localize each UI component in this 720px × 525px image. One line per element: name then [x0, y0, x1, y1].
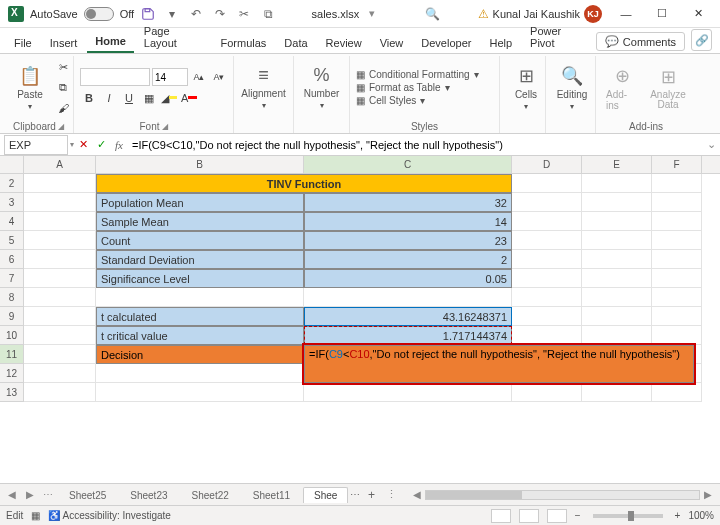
- decrease-font-button[interactable]: A▾: [210, 68, 228, 86]
- tab-help[interactable]: Help: [481, 33, 520, 53]
- paste-button[interactable]: 📋Paste▾: [10, 63, 50, 113]
- row-header[interactable]: 7: [0, 269, 24, 288]
- cut-icon[interactable]: ✂: [236, 6, 252, 22]
- cell[interactable]: [652, 326, 702, 345]
- cells-button[interactable]: ⊞Cells▾: [506, 63, 546, 113]
- font-name-select[interactable]: [80, 68, 150, 86]
- cell[interactable]: [24, 174, 96, 193]
- fx-button[interactable]: fx: [110, 139, 128, 151]
- sheet-tab-active[interactable]: Shee: [303, 487, 348, 503]
- border-button[interactable]: ▦: [140, 89, 158, 107]
- cell[interactable]: [24, 250, 96, 269]
- cell[interactable]: [582, 193, 652, 212]
- zoom-slider[interactable]: [593, 514, 663, 518]
- cell[interactable]: [24, 326, 96, 345]
- sheet-nav-next[interactable]: ▶: [22, 489, 38, 500]
- zoom-level[interactable]: 100%: [688, 510, 714, 521]
- autosave-toggle[interactable]: [84, 7, 114, 21]
- tab-developer[interactable]: Developer: [413, 33, 479, 53]
- sheet-tab[interactable]: Sheet22: [181, 487, 240, 503]
- enter-formula-button[interactable]: ✓: [92, 138, 110, 151]
- cell[interactable]: [304, 288, 512, 307]
- cell[interactable]: [582, 326, 652, 345]
- sheet-nav-prev[interactable]: ◀: [4, 489, 20, 500]
- col-header-d[interactable]: D: [512, 156, 582, 173]
- expand-formula-bar-icon[interactable]: ⌄: [702, 138, 720, 151]
- save-icon[interactable]: [140, 6, 156, 22]
- cell-value[interactable]: 2: [304, 250, 512, 269]
- cell[interactable]: [512, 288, 582, 307]
- cell-label[interactable]: t critical value: [96, 326, 304, 345]
- cell[interactable]: [24, 364, 96, 383]
- formula-edit-overlay[interactable]: =IF(C9<C10,"Do not reject the null hypot…: [304, 345, 694, 383]
- cell-value[interactable]: 0.05: [304, 269, 512, 288]
- cell-styles-button[interactable]: ▦Cell Styles ▾: [356, 95, 479, 106]
- cell[interactable]: [582, 383, 652, 402]
- cell[interactable]: [304, 383, 512, 402]
- cell[interactable]: [652, 231, 702, 250]
- tab-review[interactable]: Review: [318, 33, 370, 53]
- cell[interactable]: [24, 288, 96, 307]
- cell[interactable]: [512, 307, 582, 326]
- sheet-nav-more[interactable]: ⋯: [40, 489, 56, 500]
- cancel-formula-button[interactable]: ✕: [74, 138, 92, 151]
- font-color-button[interactable]: A: [180, 89, 198, 107]
- add-sheet-button[interactable]: +: [362, 488, 380, 502]
- fill-color-button[interactable]: ◢: [160, 89, 178, 107]
- row-header[interactable]: 13: [0, 383, 24, 402]
- cell[interactable]: [512, 383, 582, 402]
- bold-button[interactable]: B: [80, 89, 98, 107]
- copy-icon[interactable]: ⧉: [260, 6, 276, 22]
- row-header[interactable]: 8: [0, 288, 24, 307]
- cell[interactable]: [512, 250, 582, 269]
- cell[interactable]: [582, 288, 652, 307]
- cell[interactable]: [652, 383, 702, 402]
- cell-value[interactable]: 1.717144374: [304, 326, 512, 345]
- col-header-e[interactable]: E: [582, 156, 652, 173]
- title-cell[interactable]: TINV Function: [96, 174, 512, 193]
- tab-data[interactable]: Data: [276, 33, 315, 53]
- zoom-in-button[interactable]: +: [675, 510, 681, 521]
- tab-home[interactable]: Home: [87, 31, 134, 53]
- sheet-tab[interactable]: Sheet23: [119, 487, 178, 503]
- view-page-layout-button[interactable]: [519, 509, 539, 523]
- minimize-button[interactable]: —: [608, 0, 644, 28]
- clipboard-launcher-icon[interactable]: ◢: [58, 122, 64, 131]
- qat-dropdown-icon[interactable]: ▾: [164, 6, 180, 22]
- cell-label[interactable]: Sample Mean: [96, 212, 304, 231]
- row-header[interactable]: 5: [0, 231, 24, 250]
- cell[interactable]: [24, 231, 96, 250]
- tab-page-layout[interactable]: Page Layout: [136, 21, 211, 53]
- cell[interactable]: [512, 193, 582, 212]
- tab-view[interactable]: View: [372, 33, 412, 53]
- cell-label[interactable]: Count: [96, 231, 304, 250]
- cell-label[interactable]: Population Mean: [96, 193, 304, 212]
- row-header[interactable]: 3: [0, 193, 24, 212]
- col-header-f[interactable]: F: [652, 156, 702, 173]
- row-header[interactable]: 12: [0, 364, 24, 383]
- col-header-a[interactable]: A: [24, 156, 96, 173]
- cell[interactable]: [24, 193, 96, 212]
- cell[interactable]: [652, 174, 702, 193]
- cell[interactable]: [24, 345, 96, 364]
- increase-font-button[interactable]: A▴: [190, 68, 208, 86]
- row-header[interactable]: 10: [0, 326, 24, 345]
- cell[interactable]: [96, 383, 304, 402]
- share-button[interactable]: 🔗: [691, 29, 712, 51]
- cell[interactable]: [582, 269, 652, 288]
- font-size-select[interactable]: [152, 68, 188, 86]
- cell[interactable]: [512, 212, 582, 231]
- cell-label[interactable]: Decision: [96, 345, 304, 364]
- filename-dropdown-icon[interactable]: ▾: [369, 7, 375, 20]
- row-header[interactable]: 6: [0, 250, 24, 269]
- format-as-table-button[interactable]: ▦Format as Table ▾: [356, 82, 479, 93]
- tab-power-pivot[interactable]: Power Pivot: [522, 21, 594, 53]
- italic-button[interactable]: I: [100, 89, 118, 107]
- cell[interactable]: [512, 174, 582, 193]
- cell[interactable]: [96, 288, 304, 307]
- col-header-c[interactable]: C: [304, 156, 512, 173]
- cell[interactable]: [582, 307, 652, 326]
- formula-input[interactable]: [128, 135, 702, 155]
- underline-button[interactable]: U: [120, 89, 138, 107]
- sheet-overflow-icon[interactable]: ⋯: [350, 489, 360, 500]
